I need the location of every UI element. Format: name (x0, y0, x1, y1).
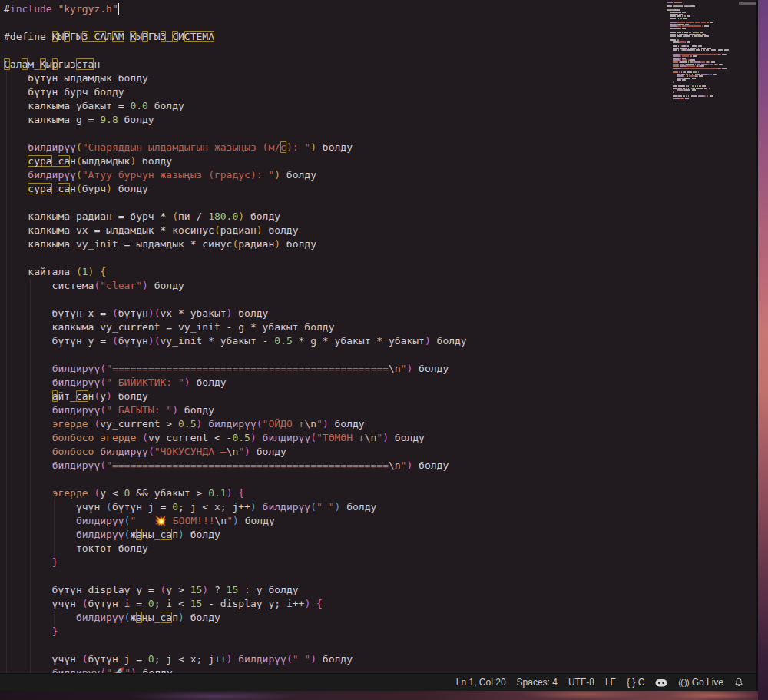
code-line[interactable] (4, 293, 467, 307)
code-token: 🚀 (112, 667, 124, 673)
code-token (4, 183, 28, 194)
code-line[interactable]: үчүн (бүтүн i = 0; i < 15 - display_y; i… (4, 597, 467, 611)
code-line[interactable]: калкыма vx = ылдамдык * косинус(радиан) … (4, 224, 467, 237)
code-line[interactable] (4, 44, 467, 58)
code-token: болду (239, 515, 275, 526)
code-token: эгерде (100, 432, 136, 443)
code-token (257, 432, 263, 443)
code-line[interactable] (4, 16, 467, 30)
code-line[interactable]: болбосо билдирүү("ЧОКУСУНДА —\n") болду (4, 445, 467, 459)
code-token: билдирүү (76, 529, 124, 540)
code-token: болду (148, 100, 184, 111)
code-line[interactable]: #define КЫРГЫЗ_САЛАМ КЫРГЫЗ_СИСТЕМА (4, 30, 467, 44)
code-token: система (4, 280, 94, 291)
code-line[interactable]: Салам_Кыргызстан (4, 58, 467, 71)
code-token: бүтүн j = (88, 653, 148, 665)
code-token: а (136, 612, 142, 623)
status-go-live[interactable]: ((·))Go Live (678, 677, 723, 688)
code-line[interactable]: билдирүү("==============================… (4, 459, 467, 473)
code-token: ГЫ (148, 31, 161, 42)
text-cursor (118, 3, 120, 15)
code-token: "=======================================… (106, 363, 389, 374)
code-token: ) (148, 307, 154, 319)
code-line[interactable]: бүтүн y = (бүтүн)(vy_init * убакыт - 0.5… (4, 334, 467, 348)
code-token: 0.0 (130, 100, 147, 111)
code-line[interactable]: үчүн (бүтүн j = 0; j < x; j++) билдирүү(… (4, 652, 467, 666)
code-line[interactable]: калкыма g = 9.8 болду (4, 113, 467, 127)
status-eol[interactable]: LF (605, 677, 616, 688)
scrollbar-thumb[interactable] (739, 2, 756, 5)
code-line[interactable]: сура_сан(бурч) болду (4, 182, 467, 196)
status-cursor-position[interactable]: Ln 1, Col 20 (456, 677, 506, 688)
code-line[interactable] (4, 127, 467, 141)
code-line[interactable]: билдирүү(жаңы_сап) болду (4, 611, 467, 625)
code-line[interactable]: билдирүү(" БИЙИКТИК: ") болду (4, 376, 467, 390)
code-line[interactable] (4, 569, 467, 583)
code-token: сура (28, 155, 51, 167)
code-token (4, 667, 52, 673)
code-line[interactable]: билдирүү(" БАГЫТЫ: ") болду (4, 403, 467, 417)
code-line[interactable]: сура_сан(ылдамдык) болду (4, 154, 467, 168)
code-token (4, 377, 52, 388)
code-line[interactable]: билдирүү("🚀") болду (4, 666, 467, 673)
code-line[interactable]: #include "kyrgyz.h" (4, 2, 467, 16)
code-line[interactable] (4, 196, 467, 210)
code-line[interactable]: калкыма vy_init = ылдамдык * синус(радиа… (4, 237, 467, 251)
minimap[interactable] (667, 2, 740, 103)
code-token (4, 487, 52, 499)
code-line[interactable]: бүтүн бурч болду (4, 85, 467, 99)
status-copilot[interactable] (655, 678, 667, 688)
code-line[interactable]: билдирүү("Атуу бурчун жазыңыз (градус): … (4, 168, 467, 182)
code-token: ) (148, 335, 154, 347)
code-token: болду (412, 459, 449, 471)
code-line[interactable]: билдирүү(" 💥 БООМ!!!\n") болду (4, 514, 467, 528)
code-line[interactable]: билдирүү("==============================… (4, 362, 467, 376)
code-line[interactable]: кайтала (1) { (4, 265, 467, 279)
code-line[interactable]: система("clear") болду (4, 279, 467, 293)
code-line[interactable]: билдирүү(жаңы_сап) болду (4, 528, 467, 542)
code-line[interactable]: айт_сан(y) болду (4, 390, 467, 403)
code-token: 15 (190, 598, 203, 609)
code-line[interactable]: бүтүн display_y = (y > 15) ? 15 : y болд… (4, 583, 467, 597)
code-line[interactable]: токтот болду (4, 542, 467, 556)
code-line[interactable]: эгерде (vy_current > 0.5) билдирүү("ӨЙДӨ… (4, 417, 467, 431)
code-token: ) (250, 501, 257, 513)
code-line[interactable]: эгерде (y < 0 && убакыт > 0.1) { (4, 486, 467, 500)
code-token: 180.0 (208, 211, 238, 222)
code-token: ( (76, 169, 82, 181)
status-indentation[interactable]: Spaces: 4 (517, 677, 558, 688)
code-line[interactable]: калкыма радиан = бурч * (пи / 180.0) бол… (4, 210, 467, 224)
code-token: \n (389, 363, 401, 374)
code-token: " (124, 667, 131, 673)
code-line[interactable] (4, 348, 467, 362)
status-language-mode[interactable]: { } C (627, 677, 644, 688)
code-token: 0 (148, 653, 154, 665)
code-line[interactable] (4, 251, 467, 265)
code-line[interactable]: } (4, 625, 467, 639)
code-token (4, 432, 52, 443)
code-editor[interactable]: #include "kyrgyz.h" #define КЫРГЫЗ_САЛАМ… (0, 0, 756, 673)
code-token: болду (412, 363, 449, 374)
code-line[interactable]: үчүн (бүтүн j = 0; j < x; j++) билдирүү(… (4, 500, 467, 514)
code-line[interactable]: бүтүн x = (бүтүн)(vx * убакыт) болду (4, 307, 467, 320)
code-token: билдирүү (52, 667, 101, 673)
code-line[interactable]: калкыма убакыт = 0.0 болду (4, 99, 467, 113)
code-line[interactable] (4, 639, 467, 652)
code-line[interactable] (4, 473, 467, 486)
code-line[interactable]: бүтүн ылдамдык болду (4, 71, 467, 85)
code-token: "ЧОКУСУНДА — (154, 446, 227, 457)
code-line[interactable]: } (4, 556, 467, 569)
code-token: бүтүн i = (88, 598, 148, 609)
code-token: калкыма vx = ылдамдык * косинус (4, 224, 214, 236)
code-token: бүтүн j = (112, 501, 172, 513)
status-notifications[interactable] (734, 677, 743, 688)
code-line[interactable]: болбосо эгерде (vy_current < -0.5) билди… (4, 431, 467, 445)
code-token: са (161, 529, 173, 540)
code-token: болду (178, 404, 214, 416)
status-encoding[interactable]: UTF-8 (568, 677, 594, 688)
code-line[interactable]: билдирүү("Снаряддын ылдамдыгын жазыңыз (… (4, 141, 467, 154)
code-token: болду (389, 432, 425, 443)
code-line[interactable]: калкыма vy_current = vy_init - g * убакы… (4, 320, 467, 334)
code-token: ( (286, 653, 293, 665)
minimap-line (667, 68, 727, 69)
